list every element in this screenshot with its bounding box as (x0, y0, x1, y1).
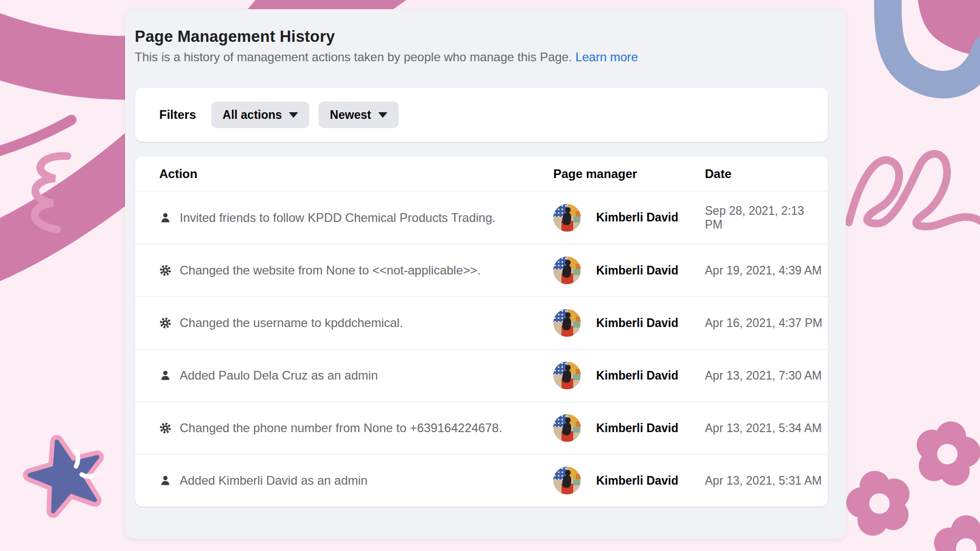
action-text: Added Paulo Dela Cruz as an admin (180, 368, 553, 383)
person-icon (159, 369, 172, 382)
history-table: Action Page manager Date Invited friends… (135, 157, 828, 507)
manager-name: Kimberli David (596, 316, 678, 330)
person-icon (159, 474, 172, 487)
manager-name: Kimberli David (596, 369, 678, 383)
date-text: Apr 13, 2021, 7:30 AM (705, 369, 823, 383)
manager-name: Kimberli David (596, 474, 678, 488)
page-subtitle: This is a history of management actions … (135, 50, 638, 64)
manager-name: Kimberli David (596, 264, 678, 278)
gear-icon (159, 264, 172, 277)
manager-cell: Kimberli David (553, 362, 705, 389)
subtitle-text: This is a history of management actions … (135, 50, 572, 64)
page-management-panel: Page Management History This is a histor… (125, 9, 846, 539)
filters-label: Filters (159, 108, 196, 122)
action-text: Changed the website from None to <<not-a… (180, 263, 553, 278)
corner-blob-decoration (917, 0, 980, 56)
manager-name: Kimberli David (596, 421, 678, 435)
table-row: Added Kimberli David as an admin Kimberl… (135, 454, 828, 507)
date-text: Apr 13, 2021, 5:31 AM (705, 474, 823, 488)
date-text: Apr 19, 2021, 4:39 AM (705, 264, 823, 278)
flower-decoration (846, 471, 910, 536)
script-loops-decoration (849, 154, 980, 227)
all-actions-filter-label: All actions (223, 108, 282, 122)
manager-cell: Kimberli David (553, 204, 705, 232)
gear-icon (159, 422, 172, 434)
manager-cell: Kimberli David (553, 414, 705, 442)
manager-avatar (553, 257, 581, 284)
table-row: Changed the website from None to <<not-a… (135, 244, 828, 296)
table-header-row: Action Page manager Date (135, 157, 828, 191)
action-text: Changed the phone number from None to +6… (180, 421, 553, 435)
chevron-down-icon (378, 112, 387, 118)
action-text: Invited friends to follow KPDD Chemical … (180, 211, 553, 225)
manager-cell: Kimberli David (553, 309, 705, 337)
action-text: Changed the username to kpddchemical. (180, 316, 553, 330)
manager-avatar (553, 362, 581, 389)
manager-avatar (553, 467, 581, 494)
person-icon (159, 212, 172, 224)
all-actions-filter-button[interactable]: All actions (211, 102, 309, 128)
page-title: Page Management History (135, 28, 335, 46)
flower-decoration (917, 421, 980, 486)
brush-stroke-decoration (0, 120, 71, 153)
filters-bar: Filters All actions Newest (135, 88, 828, 142)
star-decoration (30, 442, 97, 512)
date-text: Apr 13, 2021, 5:34 AM (705, 421, 823, 435)
manager-name: Kimberli David (596, 211, 678, 224)
action-text: Added Kimberli David as an admin (180, 473, 553, 488)
chevron-down-icon (289, 112, 298, 118)
gear-icon (159, 317, 172, 329)
newest-sort-button[interactable]: Newest (318, 102, 399, 128)
learn-more-link[interactable]: Learn more (575, 50, 638, 64)
date-text: Sep 28, 2021, 2:13 PM (705, 204, 823, 232)
date-text: Apr 16, 2021, 4:37 PM (705, 316, 823, 330)
table-row: Changed the username to kpddchemical. Ki… (135, 296, 828, 349)
manager-avatar (553, 414, 581, 442)
column-header-manager: Page manager (553, 167, 705, 181)
newest-sort-label: Newest (330, 108, 371, 122)
column-header-date: Date (705, 167, 823, 181)
table-row: Invited friends to follow KPDD Chemical … (135, 191, 828, 244)
manager-avatar (553, 204, 581, 232)
manager-cell: Kimberli David (553, 467, 705, 494)
manager-avatar (553, 309, 581, 337)
manager-cell: Kimberli David (553, 257, 705, 284)
column-header-action: Action (159, 167, 553, 181)
flower-decoration (934, 515, 980, 551)
table-row: Added Paulo Dela Cruz as an admin Kimber… (135, 349, 828, 402)
table-row: Changed the phone number from None to +6… (135, 402, 828, 454)
